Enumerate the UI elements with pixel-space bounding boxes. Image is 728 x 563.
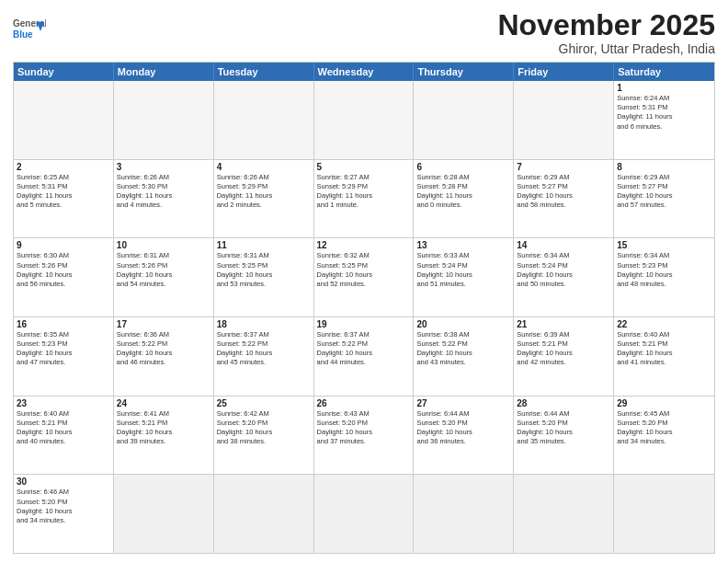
cell-w0-d1 (114, 81, 214, 159)
calendar-header: Sunday Monday Tuesday Wednesday Thursday… (14, 63, 714, 81)
header-tuesday: Tuesday (214, 63, 314, 81)
day-number: 1 (617, 83, 711, 93)
cell-info: Sunrise: 6:28 AM Sunset: 5:28 PM Dayligh… (416, 173, 510, 211)
cell-w4-d0: 23Sunrise: 6:40 AM Sunset: 5:21 PM Dayli… (14, 396, 114, 475)
day-number: 30 (17, 477, 110, 487)
day-number: 10 (117, 240, 210, 250)
cell-info: Sunrise: 6:26 AM Sunset: 5:29 PM Dayligh… (217, 173, 311, 211)
cell-info: Sunrise: 6:44 AM Sunset: 5:20 PM Dayligh… (416, 409, 510, 447)
cell-w1-d4: 6Sunrise: 6:28 AM Sunset: 5:28 PM Daylig… (414, 160, 514, 238)
week-row-3: 16Sunrise: 6:35 AM Sunset: 5:23 PM Dayli… (14, 316, 714, 396)
cell-info: Sunrise: 6:42 AM Sunset: 5:20 PM Dayligh… (217, 409, 311, 447)
page: GeneralBlue November 2025 Ghiror, Uttar … (0, 0, 728, 563)
cell-w2-d2: 11Sunrise: 6:31 AM Sunset: 5:25 PM Dayli… (214, 238, 314, 316)
cell-w3-d1: 17Sunrise: 6:36 AM Sunset: 5:22 PM Dayli… (114, 317, 214, 396)
cell-w1-d3: 5Sunrise: 6:27 AM Sunset: 5:29 PM Daylig… (314, 160, 415, 238)
day-number: 9 (17, 240, 110, 250)
cell-w2-d3: 12Sunrise: 6:32 AM Sunset: 5:25 PM Dayli… (314, 238, 415, 316)
header-wednesday: Wednesday (314, 63, 415, 81)
cell-info: Sunrise: 6:31 AM Sunset: 5:25 PM Dayligh… (217, 251, 311, 289)
cell-info: Sunrise: 6:44 AM Sunset: 5:20 PM Dayligh… (517, 409, 610, 447)
cell-w3-d5: 21Sunrise: 6:39 AM Sunset: 5:21 PM Dayli… (514, 317, 614, 396)
cell-w4-d2: 25Sunrise: 6:42 AM Sunset: 5:20 PM Dayli… (214, 396, 314, 475)
day-number: 6 (416, 162, 510, 172)
week-row-0: 1Sunrise: 6:24 AM Sunset: 5:31 PM Daylig… (14, 81, 714, 159)
cell-info: Sunrise: 6:35 AM Sunset: 5:23 PM Dayligh… (17, 330, 110, 368)
cell-w2-d0: 9Sunrise: 6:30 AM Sunset: 5:26 PM Daylig… (14, 238, 114, 316)
cell-w0-d6: 1Sunrise: 6:24 AM Sunset: 5:31 PM Daylig… (614, 81, 714, 159)
cell-info: Sunrise: 6:41 AM Sunset: 5:21 PM Dayligh… (117, 409, 210, 447)
cell-info: Sunrise: 6:46 AM Sunset: 5:20 PM Dayligh… (17, 488, 110, 525)
cell-w3-d3: 19Sunrise: 6:37 AM Sunset: 5:22 PM Dayli… (314, 317, 415, 396)
day-number: 21 (517, 319, 610, 329)
cell-w1-d2: 4Sunrise: 6:26 AM Sunset: 5:29 PM Daylig… (214, 160, 314, 238)
cell-w0-d2 (214, 81, 314, 159)
cell-info: Sunrise: 6:43 AM Sunset: 5:20 PM Dayligh… (317, 409, 411, 447)
cell-w5-d5 (514, 475, 614, 553)
cell-w5-d3 (314, 475, 415, 553)
cell-info: Sunrise: 6:45 AM Sunset: 5:20 PM Dayligh… (617, 409, 711, 447)
day-number: 20 (416, 319, 510, 329)
cell-w3-d0: 16Sunrise: 6:35 AM Sunset: 5:23 PM Dayli… (14, 317, 114, 396)
cell-info: Sunrise: 6:37 AM Sunset: 5:22 PM Dayligh… (217, 330, 311, 368)
header-thursday: Thursday (414, 63, 514, 81)
cell-w5-d0: 30Sunrise: 6:46 AM Sunset: 5:20 PM Dayli… (14, 475, 114, 553)
cell-w4-d3: 26Sunrise: 6:43 AM Sunset: 5:20 PM Dayli… (314, 396, 415, 475)
cell-info: Sunrise: 6:38 AM Sunset: 5:22 PM Dayligh… (416, 330, 510, 368)
cell-info: Sunrise: 6:37 AM Sunset: 5:22 PM Dayligh… (317, 330, 411, 368)
day-number: 27 (416, 398, 510, 408)
day-number: 13 (416, 240, 510, 250)
day-number: 15 (617, 240, 711, 250)
cell-w4-d1: 24Sunrise: 6:41 AM Sunset: 5:21 PM Dayli… (114, 396, 214, 475)
logo-icon: GeneralBlue (13, 13, 46, 46)
day-number: 7 (517, 162, 610, 172)
cell-w1-d6: 8Sunrise: 6:29 AM Sunset: 5:27 PM Daylig… (614, 160, 714, 238)
cell-info: Sunrise: 6:27 AM Sunset: 5:29 PM Dayligh… (317, 173, 411, 211)
cell-info: Sunrise: 6:34 AM Sunset: 5:24 PM Dayligh… (517, 251, 610, 289)
header-monday: Monday (114, 63, 214, 81)
day-number: 29 (617, 398, 711, 408)
cell-info: Sunrise: 6:31 AM Sunset: 5:26 PM Dayligh… (117, 251, 210, 289)
cell-w5-d6 (614, 475, 714, 553)
month-title: November 2025 (497, 9, 715, 41)
cell-w4-d5: 28Sunrise: 6:44 AM Sunset: 5:20 PM Dayli… (514, 396, 614, 475)
cell-info: Sunrise: 6:24 AM Sunset: 5:31 PM Dayligh… (617, 94, 711, 132)
day-number: 8 (617, 162, 711, 172)
week-row-4: 23Sunrise: 6:40 AM Sunset: 5:21 PM Dayli… (14, 396, 714, 475)
cell-w3-d2: 18Sunrise: 6:37 AM Sunset: 5:22 PM Dayli… (214, 317, 314, 396)
cell-w1-d1: 3Sunrise: 6:26 AM Sunset: 5:30 PM Daylig… (114, 160, 214, 238)
cell-w5-d4 (414, 475, 514, 553)
day-number: 24 (117, 398, 210, 408)
day-number: 19 (317, 319, 411, 329)
day-number: 12 (317, 240, 411, 250)
cell-info: Sunrise: 6:34 AM Sunset: 5:23 PM Dayligh… (617, 251, 711, 289)
cell-w2-d4: 13Sunrise: 6:33 AM Sunset: 5:24 PM Dayli… (414, 238, 514, 316)
cell-w1-d0: 2Sunrise: 6:25 AM Sunset: 5:31 PM Daylig… (14, 160, 114, 238)
cell-w0-d0 (14, 81, 114, 159)
cell-w5-d2 (214, 475, 314, 553)
cell-info: Sunrise: 6:36 AM Sunset: 5:22 PM Dayligh… (117, 330, 210, 368)
header-sunday: Sunday (14, 63, 114, 81)
day-number: 23 (17, 398, 110, 408)
day-number: 14 (517, 240, 610, 250)
cell-info: Sunrise: 6:40 AM Sunset: 5:21 PM Dayligh… (17, 409, 110, 447)
location: Ghiror, Uttar Pradesh, India (497, 41, 715, 56)
cell-w0-d3 (314, 81, 415, 159)
day-number: 5 (317, 162, 411, 172)
calendar-body: 1Sunrise: 6:24 AM Sunset: 5:31 PM Daylig… (14, 81, 714, 553)
week-row-2: 9Sunrise: 6:30 AM Sunset: 5:26 PM Daylig… (14, 237, 714, 316)
day-number: 25 (217, 398, 311, 408)
day-number: 17 (117, 319, 210, 329)
day-number: 22 (617, 319, 711, 329)
cell-info: Sunrise: 6:25 AM Sunset: 5:31 PM Dayligh… (17, 173, 110, 211)
cell-w4-d6: 29Sunrise: 6:45 AM Sunset: 5:20 PM Dayli… (614, 396, 714, 475)
header-saturday: Saturday (614, 63, 714, 81)
cell-info: Sunrise: 6:30 AM Sunset: 5:26 PM Dayligh… (17, 251, 110, 289)
cell-w1-d5: 7Sunrise: 6:29 AM Sunset: 5:27 PM Daylig… (514, 160, 614, 238)
header-friday: Friday (514, 63, 614, 81)
cell-w4-d4: 27Sunrise: 6:44 AM Sunset: 5:20 PM Dayli… (414, 396, 514, 475)
cell-info: Sunrise: 6:29 AM Sunset: 5:27 PM Dayligh… (617, 173, 711, 211)
day-number: 26 (317, 398, 411, 408)
cell-w0-d4 (414, 81, 514, 159)
cell-w2-d1: 10Sunrise: 6:31 AM Sunset: 5:26 PM Dayli… (114, 238, 214, 316)
